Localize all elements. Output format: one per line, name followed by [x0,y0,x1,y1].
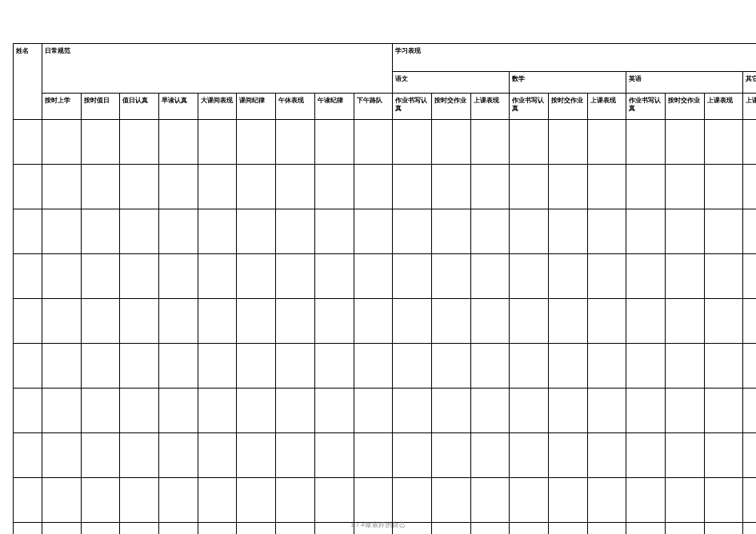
col-header-chinese-2: 上课表现 [470,94,510,120]
table-cell [237,165,276,209]
table-cell [314,433,354,478]
table-cell [120,254,159,299]
table-cell [393,254,432,299]
table-cell [237,389,276,433]
col-header-daily-8: 下午路队 [354,94,393,120]
table-cell [470,299,510,344]
table-cell [120,120,159,165]
table-cell [237,254,276,299]
table-cell [548,299,587,344]
table-cell [587,478,626,523]
table-cell [14,433,42,478]
table-cell [198,165,237,209]
table-cell [470,344,510,389]
table-cell [159,344,198,389]
table-cell [81,254,120,299]
table-cell [198,478,237,523]
table-cell [314,254,354,299]
table-cell [704,389,743,433]
table-cell [704,254,743,299]
table-cell [314,209,354,254]
table-cell [626,344,666,389]
table-cell [314,344,354,389]
table-cell [42,433,82,478]
table-cell [198,209,237,254]
table-cell [42,120,82,165]
table-cell [431,165,470,209]
table-cell [354,165,393,209]
table-cell [666,433,705,478]
subject-header-other: 其它科目 [743,72,756,94]
table-cell [314,478,354,523]
table-cell [470,209,510,254]
table-cell [81,478,120,523]
table-cell [42,165,82,209]
table-cell [198,344,237,389]
table-cell [354,299,393,344]
table-cell [276,299,315,344]
table-cell [354,254,393,299]
table-cell [81,165,120,209]
table-cell [587,209,626,254]
table-cell [743,209,756,254]
table-cell [276,209,315,254]
table-cell [237,209,276,254]
col-header-math-0: 作业书写认真 [510,94,549,120]
table-row [14,478,757,523]
table-cell [42,478,82,523]
table-cell [587,389,626,433]
table-cell [743,120,756,165]
table-cell [393,299,432,344]
table-cell [470,254,510,299]
col-header-name: 姓名 [14,44,42,120]
table-cell [354,478,393,523]
table-cell [237,433,276,478]
col-header-daily-0: 按时上学 [42,94,82,120]
table-cell [276,254,315,299]
table-cell [626,209,666,254]
table-cell [159,254,198,299]
col-header-daily-2: 值日认真 [120,94,159,120]
page: 姓名 日常规范 学习表现 语文 数学 英语 其它科目 按时上学 按时值日 值日认… [0,0,756,534]
table-cell [510,299,549,344]
table-cell [314,389,354,433]
table-cell [704,433,743,478]
table-cell [159,433,198,478]
table-cell [42,299,82,344]
table-cell [431,433,470,478]
section-header-study: 学习表现 [393,44,756,72]
table-cell [548,120,587,165]
table-row [14,165,757,209]
col-header-other-0: 上课情况 [743,94,756,120]
table-cell [237,299,276,344]
table-cell [704,344,743,389]
table-cell [431,254,470,299]
table-cell [393,209,432,254]
table-cell [626,165,666,209]
table-cell [354,344,393,389]
table-cell [120,433,159,478]
table-cell [743,344,756,389]
table-cell [276,478,315,523]
table-cell [548,478,587,523]
col-header-daily-3: 早读认真 [159,94,198,120]
table-cell [470,120,510,165]
subject-header-english: 英语 [626,72,743,94]
table-cell [431,344,470,389]
table-cell [81,120,120,165]
table-cell [587,254,626,299]
table-cell [120,209,159,254]
col-header-chinese-1: 按时交作业 [431,94,470,120]
table-cell [198,433,237,478]
table-cell [14,299,42,344]
table-cell [393,478,432,523]
table-cell [81,209,120,254]
table-cell [510,344,549,389]
table-cell [587,299,626,344]
table-cell [704,209,743,254]
table-cell [81,344,120,389]
subject-header-math: 数学 [510,72,626,94]
table-cell [354,120,393,165]
table-cell [42,209,82,254]
table-cell [120,344,159,389]
